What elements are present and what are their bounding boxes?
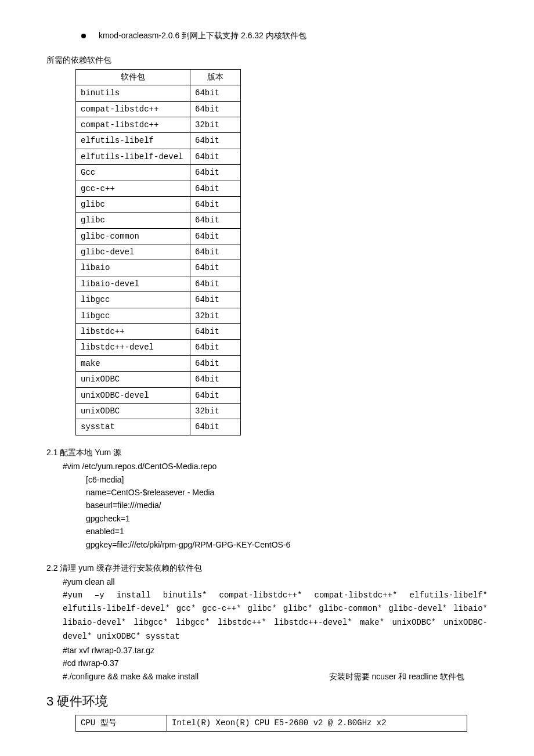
pkg-version: 32bit [190, 308, 241, 323]
table-row: glibc-devel64bit [76, 244, 241, 260]
pkg-name: glibc-devel [76, 244, 190, 260]
table-row: unixODBC64bit [76, 372, 241, 387]
pkg-name: Gcc [76, 165, 190, 181]
pkg-name: libgcc [76, 308, 190, 323]
repo-config-line: gpgcheck=1 [86, 512, 488, 525]
pkg-version: 64bit [190, 213, 241, 228]
pkg-name: libaio [76, 260, 190, 276]
table-row: compat-libstdc++32bit [76, 117, 241, 132]
section-2-1-title: 2.1 配置本地 Yum 源 [46, 446, 488, 459]
bullet-icon [81, 34, 86, 38]
section-3-title: 3 硬件环境 [46, 691, 488, 711]
table-row: libstdc++-devel64bit [76, 340, 241, 355]
pkg-version: 64bit [190, 101, 241, 117]
yum-install: #yum –y install binutils* compat-libstdc… [63, 589, 488, 644]
pkg-name: gcc-c++ [76, 181, 190, 196]
table-row: libaio64bit [76, 260, 241, 276]
pkg-version: 64bit [190, 419, 241, 435]
table-row: sysstat64bit [76, 419, 241, 435]
pkg-version: 64bit [190, 196, 241, 212]
deps-table: 软件包 版本 binutils64bitcompat-libstdc++64bi… [75, 69, 241, 435]
pkg-name: elfutils-libelf-devel [76, 149, 190, 164]
table-row: CPU 型号Intel(R) Xeon(R) CPU E5-2680 v2 @ … [76, 715, 467, 731]
pkg-version: 32bit [190, 117, 241, 132]
repo-config-line: baseurl=file:///media/ [86, 499, 488, 512]
pkg-name: binutils [76, 85, 190, 101]
table-row: elfutils-libelf-devel64bit [76, 149, 241, 164]
pkg-name: libaio-devel [76, 276, 190, 291]
table-row: libstdc++64bit [76, 324, 241, 340]
pkg-name: unixODBC [76, 372, 190, 387]
repo-config-line: name=CentOS-$releasever - Media [86, 486, 488, 499]
table-row: binutils64bit [76, 85, 241, 101]
pkg-name: compat-libstdc++ [76, 101, 190, 117]
section-2-2-title: 2.2 清理 yum 缓存并进行安装依赖的软件包 [46, 561, 488, 574]
configure-line: #./configure && make && make install 安装时… [63, 670, 488, 683]
pkg-name: glibc [76, 213, 190, 228]
table-row: Gcc64bit [76, 165, 241, 181]
pkg-version: 64bit [190, 228, 241, 244]
table-row: compat-libstdc++64bit [76, 101, 241, 117]
pkg-version: 64bit [190, 372, 241, 387]
repo-config-line: enabled=1 [86, 525, 488, 538]
pkg-name: libstdc++ [76, 324, 190, 340]
cd-command: #cd rlwrap-0.37 [63, 657, 488, 669]
repo-config-line: gpgkey=file:///etc/pki/rpm-gpg/RPM-GPG-K… [86, 538, 488, 551]
pkg-version: 64bit [190, 181, 241, 196]
pkg-name: make [76, 355, 190, 371]
table-row: unixODBC32bit [76, 403, 241, 419]
th-version: 版本 [190, 69, 241, 85]
deps-intro: 所需的依赖软件包 [46, 53, 488, 66]
hw-label: CPU 型号 [76, 715, 167, 731]
pkg-version: 64bit [190, 133, 241, 149]
pkg-version: 32bit [190, 403, 241, 419]
table-row: libgcc64bit [76, 292, 241, 308]
repo-config-line: [c6-media] [86, 473, 488, 486]
table-row: glibc64bit [76, 213, 241, 228]
yum-clean: #yum clean all [63, 575, 488, 588]
pkg-name: compat-libstdc++ [76, 117, 190, 132]
table-row: libaio-devel64bit [76, 276, 241, 291]
pkg-name: unixODBC [76, 403, 190, 419]
pkg-name: unixODBC-devel [76, 387, 190, 403]
pkg-version: 64bit [190, 340, 241, 355]
pkg-version: 64bit [190, 260, 241, 276]
table-row: glibc-common64bit [76, 228, 241, 244]
pkg-name: glibc [76, 196, 190, 212]
pkg-name: sysstat [76, 419, 190, 435]
pkg-name: elfutils-libelf [76, 133, 190, 149]
pkg-version: 64bit [190, 149, 241, 164]
tar-command: #tar xvf rlwrap-0.37.tar.gz [63, 644, 488, 657]
table-row: make64bit [76, 355, 241, 371]
table-row: gcc-c++64bit [76, 181, 241, 196]
bullet-item: kmod-oracleasm-2.0.6 到网上下载支持 2.6.32 内核软件… [81, 29, 488, 42]
hw-value: Intel(R) Xeon(R) CPU E5-2680 v2 @ 2.80GH… [167, 715, 467, 731]
pkg-version: 64bit [190, 324, 241, 340]
pkg-name: glibc-common [76, 228, 190, 244]
pkg-version: 64bit [190, 85, 241, 101]
table-row: unixODBC-devel64bit [76, 387, 241, 403]
bullet-text: kmod-oracleasm-2.0.6 到网上下载支持 2.6.32 内核软件… [99, 31, 306, 40]
configure-command: #./configure && make && make install [63, 670, 199, 683]
table-row: glibc64bit [76, 196, 241, 212]
pkg-version: 64bit [190, 165, 241, 181]
th-package: 软件包 [76, 69, 190, 85]
pkg-version: 64bit [190, 292, 241, 308]
pkg-name: libgcc [76, 292, 190, 308]
pkg-version: 64bit [190, 244, 241, 260]
pkg-version: 64bit [190, 387, 241, 403]
configure-note: 安装时需要 ncuser 和 readline 软件包 [329, 670, 488, 683]
vim-command: #vim /etc/yum.repos.d/CentOS-Media.repo [63, 460, 488, 473]
table-row: libgcc32bit [76, 308, 241, 323]
pkg-name: libstdc++-devel [76, 340, 190, 355]
pkg-version: 64bit [190, 276, 241, 291]
hardware-table: CPU 型号Intel(R) Xeon(R) CPU E5-2680 v2 @ … [75, 715, 467, 731]
table-row: elfutils-libelf64bit [76, 133, 241, 149]
pkg-version: 64bit [190, 355, 241, 371]
